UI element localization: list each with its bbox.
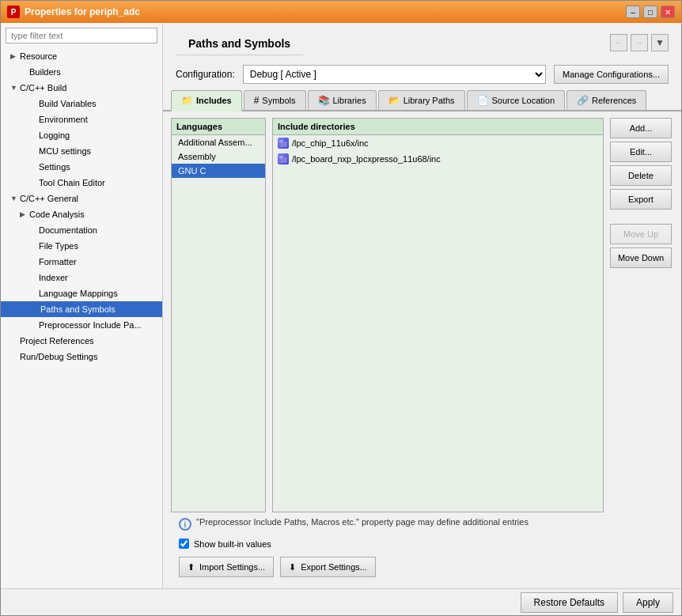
sidebar-item-label: C/C++ Build xyxy=(20,83,66,93)
sidebar-item-label: C/C++ General xyxy=(20,194,78,203)
references-tab-icon: 🔗 xyxy=(577,95,589,106)
tab-label: References xyxy=(592,96,636,105)
include-item-board[interactable]: /lpc_board_nxp_lpcxpresso_11u68/inc xyxy=(273,151,603,167)
sidebar-item-indexer[interactable]: Indexer xyxy=(1,270,162,285)
tab-label: Libraries xyxy=(333,96,366,105)
tab-symbols[interactable]: # Symbols xyxy=(244,90,306,110)
tab-label: Library Paths xyxy=(404,96,455,105)
export-button[interactable]: Export xyxy=(610,189,672,210)
include-directories-panel: Include directories /lpc_chip_11u6x/inc xyxy=(272,118,604,512)
sidebar-item-settings[interactable]: Settings xyxy=(1,159,162,175)
show-builtin-label[interactable]: Show built-in values xyxy=(194,539,271,549)
tab-references[interactable]: 🔗 References xyxy=(566,90,646,110)
includes-tab-icon: 📁 xyxy=(181,95,193,106)
sidebar-item-documentation[interactable]: Documentation xyxy=(1,222,162,238)
sidebar-item-label: Resource xyxy=(20,51,57,61)
sidebar-item-label: Tool Chain Editor xyxy=(39,178,105,187)
nav-dropdown-button[interactable]: ▼ xyxy=(651,34,669,51)
sidebar-item-environment[interactable]: Environment xyxy=(1,111,162,127)
expand-arrow: ▼ xyxy=(10,195,20,202)
manage-configurations-button[interactable]: Manage Configurations... xyxy=(554,65,669,84)
sidebar-item-label: Environment xyxy=(39,115,88,124)
window-icon: P xyxy=(7,6,20,18)
sidebar-item-project-refs[interactable]: Project References xyxy=(1,333,162,349)
lang-item-additional[interactable]: Additional Assem... xyxy=(172,135,265,149)
no-arrow xyxy=(29,163,39,171)
sidebar-item-label: Build Variables xyxy=(39,99,97,108)
lang-item-label: GNU C xyxy=(178,166,206,176)
export-settings-button[interactable]: ⬇ Export Settings... xyxy=(280,557,376,577)
nav-forward-button[interactable]: → xyxy=(631,34,648,51)
sidebar-item-mcu-settings[interactable]: MCU settings xyxy=(1,143,162,159)
languages-panel: Languages Additional Assem... Assembly G… xyxy=(171,118,266,512)
no-arrow xyxy=(29,115,39,123)
export-icon: ⬇ xyxy=(289,562,296,573)
no-arrow xyxy=(29,305,39,313)
apply-button[interactable]: Apply xyxy=(623,592,673,613)
edit-button[interactable]: Edit... xyxy=(610,142,672,162)
nav-back-button[interactable]: ← xyxy=(610,34,627,51)
no-arrow xyxy=(29,258,39,266)
minimize-button[interactable]: – xyxy=(626,6,640,18)
move-down-button[interactable]: Move Down xyxy=(610,248,672,268)
lang-item-assembly[interactable]: Assembly xyxy=(172,149,265,164)
sidebar-item-code-analysis[interactable]: ▶ Code Analysis xyxy=(1,206,162,222)
checkbox-row: Show built-in values xyxy=(171,535,673,552)
sidebar-item-label: Builders xyxy=(29,67,61,77)
add-button[interactable]: Add... xyxy=(610,118,672,138)
move-up-button[interactable]: Move Up xyxy=(610,224,672,244)
show-builtin-checkbox[interactable] xyxy=(179,539,189,549)
lang-item-gnuc[interactable]: GNU C xyxy=(172,164,265,178)
sidebar-item-logging[interactable]: Logging xyxy=(1,127,162,143)
sidebar-item-preprocessor[interactable]: Preprocessor Include Pa... xyxy=(1,317,162,333)
no-arrow xyxy=(29,179,39,187)
sidebar-item-paths-symbols[interactable]: Paths and Symbols xyxy=(1,301,162,317)
export-label: Export Settings... xyxy=(301,562,367,572)
sidebar-item-cpp-build[interactable]: ▼ C/C++ Build xyxy=(1,80,162,96)
sidebar-item-label: Paths and Symbols xyxy=(39,304,117,314)
libraries-tab-icon: 📚 xyxy=(318,95,330,106)
sidebar-item-builders[interactable]: Builders xyxy=(1,64,162,80)
sidebar-item-label: Language Mappings xyxy=(39,289,118,298)
sidebar-item-lang-mappings[interactable]: Language Mappings xyxy=(1,285,162,301)
sidebar-item-run-debug[interactable]: Run/Debug Settings xyxy=(1,349,162,365)
window-footer: Restore Defaults Apply xyxy=(1,588,681,615)
no-arrow xyxy=(10,353,20,361)
sidebar-item-resource[interactable]: ▶ Resource xyxy=(1,48,162,64)
tab-library-paths[interactable]: 📂 Library Paths xyxy=(378,90,465,110)
folder-icon xyxy=(278,138,289,149)
library-paths-tab-icon: 📂 xyxy=(388,95,400,106)
no-arrow xyxy=(29,321,39,329)
symbols-tab-icon: # xyxy=(254,95,260,106)
import-settings-button[interactable]: ⬆ Import Settings... xyxy=(179,557,274,577)
svg-rect-3 xyxy=(279,156,283,158)
sidebar-item-cpp-general[interactable]: ▼ C/C++ General xyxy=(1,191,162,206)
filter-input[interactable] xyxy=(6,28,157,43)
restore-defaults-button[interactable]: Restore Defaults xyxy=(521,592,618,613)
collapse-arrow: ▶ xyxy=(10,52,20,60)
config-select[interactable]: Debug [ Active ] xyxy=(243,65,546,84)
tab-label: Symbols xyxy=(262,96,295,105)
close-button[interactable]: ✕ xyxy=(661,6,675,18)
maximize-button[interactable]: □ xyxy=(643,6,657,18)
tab-source-location[interactable]: 📄 Source Location xyxy=(467,90,566,110)
sidebar-item-file-types[interactable]: File Types xyxy=(1,238,162,254)
no-arrow xyxy=(29,274,39,282)
sidebar-item-toolchain[interactable]: Tool Chain Editor xyxy=(1,175,162,191)
config-label: Configuration: xyxy=(176,69,235,80)
sidebar-item-label: Indexer xyxy=(39,273,68,282)
tab-includes[interactable]: 📁 Includes xyxy=(171,90,242,111)
tab-libraries[interactable]: 📚 Libraries xyxy=(308,90,377,110)
import-label: Import Settings... xyxy=(199,562,265,572)
sidebar-item-build-vars[interactable]: Build Variables xyxy=(1,96,162,111)
tabs-bar: 📁 Includes # Symbols 📚 Libraries 📂 Libra… xyxy=(163,90,681,111)
title-bar-left: P Properties for periph_adc xyxy=(7,6,140,18)
title-bar: P Properties for periph_adc – □ ✕ xyxy=(1,1,681,23)
delete-button[interactable]: Delete xyxy=(610,165,672,186)
svg-rect-2 xyxy=(279,157,287,163)
sidebar-item-formatter[interactable]: Formatter xyxy=(1,254,162,270)
config-row: Configuration: Debug [ Active ] Manage C… xyxy=(163,59,681,90)
source-location-tab-icon: 📄 xyxy=(477,95,489,106)
no-arrow xyxy=(10,337,20,345)
include-item-chip[interactable]: /lpc_chip_11u6x/inc xyxy=(273,135,603,151)
